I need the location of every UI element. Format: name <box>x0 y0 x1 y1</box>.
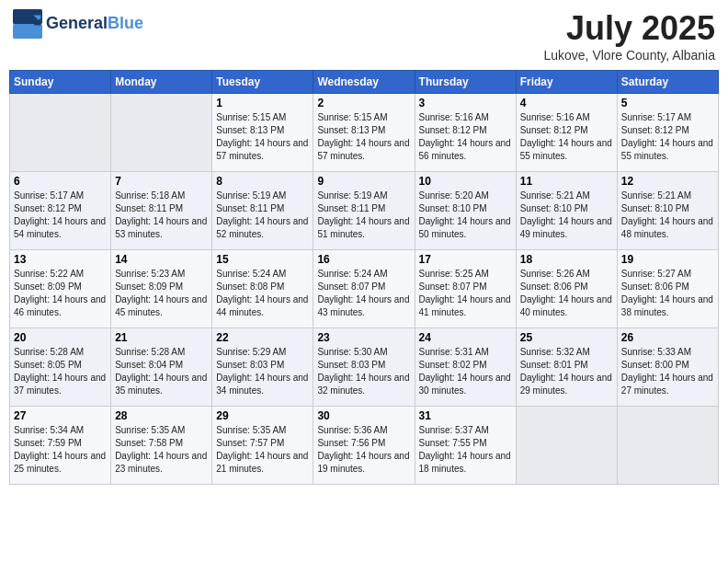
calendar-day-cell: 4Sunrise: 5:16 AMSunset: 8:12 PMDaylight… <box>516 94 617 172</box>
day-info: Sunrise: 5:36 AMSunset: 7:56 PMDaylight:… <box>317 424 410 476</box>
day-number: 11 <box>520 175 613 188</box>
day-info: Sunrise: 5:24 AMSunset: 8:07 PMDaylight:… <box>317 268 410 319</box>
day-number: 18 <box>520 253 613 266</box>
day-info: Sunrise: 5:27 AMSunset: 8:06 PMDaylight:… <box>621 268 714 319</box>
day-number: 4 <box>520 97 613 109</box>
calendar-day-cell: 15Sunrise: 5:24 AMSunset: 8:08 PMDayligh… <box>212 250 313 328</box>
day-info: Sunrise: 5:34 AMSunset: 7:59 PMDaylight:… <box>14 424 107 476</box>
day-info: Sunrise: 5:26 AMSunset: 8:06 PMDaylight:… <box>520 268 613 319</box>
calendar-day-cell: 9Sunrise: 5:19 AMSunset: 8:11 PMDaylight… <box>313 172 415 250</box>
calendar-day-cell: 12Sunrise: 5:21 AMSunset: 8:10 PMDayligh… <box>617 172 718 250</box>
day-info: Sunrise: 5:28 AMSunset: 8:04 PMDaylight:… <box>115 346 208 397</box>
day-of-week-header: Thursday <box>415 71 516 94</box>
calendar-day-cell: 24Sunrise: 5:31 AMSunset: 8:02 PMDayligh… <box>415 328 516 407</box>
day-number: 15 <box>216 253 309 266</box>
day-number: 26 <box>621 331 714 344</box>
day-of-week-header: Sunday <box>10 71 111 94</box>
calendar-header-row: SundayMondayTuesdayWednesdayThursdayFrid… <box>10 71 719 94</box>
page-header: GeneralBlue July 2025 Lukove, Vlore Coun… <box>9 9 719 63</box>
day-number: 19 <box>621 253 714 266</box>
calendar-day-cell: 19Sunrise: 5:27 AMSunset: 8:06 PMDayligh… <box>617 250 718 328</box>
calendar-day-cell: 18Sunrise: 5:26 AMSunset: 8:06 PMDayligh… <box>516 250 617 328</box>
calendar-day-cell: 25Sunrise: 5:32 AMSunset: 8:01 PMDayligh… <box>516 328 617 407</box>
day-number: 1 <box>216 97 309 109</box>
day-info: Sunrise: 5:31 AMSunset: 8:02 PMDaylight:… <box>419 346 512 397</box>
day-info: Sunrise: 5:15 AMSunset: 8:13 PMDaylight:… <box>216 111 309 163</box>
day-number: 2 <box>317 97 410 109</box>
calendar-day-cell: 26Sunrise: 5:33 AMSunset: 8:00 PMDayligh… <box>617 328 718 407</box>
calendar-day-cell: 11Sunrise: 5:21 AMSunset: 8:10 PMDayligh… <box>516 172 617 250</box>
day-number: 14 <box>115 253 208 266</box>
svg-rect-1 <box>13 24 42 39</box>
day-number: 23 <box>317 331 410 344</box>
day-info: Sunrise: 5:15 AMSunset: 8:13 PMDaylight:… <box>317 111 410 163</box>
day-info: Sunrise: 5:16 AMSunset: 8:12 PMDaylight:… <box>419 111 512 163</box>
day-info: Sunrise: 5:21 AMSunset: 8:10 PMDaylight:… <box>520 190 613 241</box>
calendar-day-cell <box>617 407 718 485</box>
day-info: Sunrise: 5:22 AMSunset: 8:09 PMDaylight:… <box>14 268 107 319</box>
day-number: 17 <box>419 253 512 266</box>
calendar-day-cell: 23Sunrise: 5:30 AMSunset: 8:03 PMDayligh… <box>313 328 415 407</box>
calendar-day-cell: 31Sunrise: 5:37 AMSunset: 7:55 PMDayligh… <box>415 407 516 485</box>
logo-text: GeneralBlue <box>46 15 143 33</box>
day-of-week-header: Monday <box>111 71 212 94</box>
day-number: 30 <box>317 409 410 422</box>
day-info: Sunrise: 5:17 AMSunset: 8:12 PMDaylight:… <box>621 111 714 163</box>
calendar-week-row: 1Sunrise: 5:15 AMSunset: 8:13 PMDaylight… <box>10 94 719 172</box>
day-info: Sunrise: 5:33 AMSunset: 8:00 PMDaylight:… <box>621 346 714 397</box>
day-info: Sunrise: 5:16 AMSunset: 8:12 PMDaylight:… <box>520 111 613 163</box>
calendar-table: SundayMondayTuesdayWednesdayThursdayFrid… <box>9 70 719 485</box>
day-number: 22 <box>216 331 309 344</box>
day-info: Sunrise: 5:24 AMSunset: 8:08 PMDaylight:… <box>216 268 309 319</box>
day-info: Sunrise: 5:21 AMSunset: 8:10 PMDaylight:… <box>621 190 714 241</box>
calendar-body: 1Sunrise: 5:15 AMSunset: 8:13 PMDaylight… <box>10 94 719 485</box>
calendar-day-cell: 5Sunrise: 5:17 AMSunset: 8:12 PMDaylight… <box>617 94 718 172</box>
day-number: 28 <box>115 409 208 422</box>
calendar-day-cell: 6Sunrise: 5:17 AMSunset: 8:12 PMDaylight… <box>10 172 111 250</box>
day-number: 29 <box>216 409 309 422</box>
day-info: Sunrise: 5:30 AMSunset: 8:03 PMDaylight:… <box>317 346 410 397</box>
day-number: 25 <box>520 331 613 344</box>
day-info: Sunrise: 5:37 AMSunset: 7:55 PMDaylight:… <box>419 424 512 476</box>
day-number: 8 <box>216 175 309 188</box>
day-info: Sunrise: 5:20 AMSunset: 8:10 PMDaylight:… <box>419 190 512 241</box>
day-number: 24 <box>419 331 512 344</box>
day-number: 20 <box>14 331 107 344</box>
calendar-day-cell: 28Sunrise: 5:35 AMSunset: 7:58 PMDayligh… <box>111 407 212 485</box>
calendar-week-row: 6Sunrise: 5:17 AMSunset: 8:12 PMDaylight… <box>10 172 719 250</box>
day-info: Sunrise: 5:29 AMSunset: 8:03 PMDaylight:… <box>216 346 309 397</box>
day-number: 9 <box>317 175 410 188</box>
day-info: Sunrise: 5:23 AMSunset: 8:09 PMDaylight:… <box>115 268 208 319</box>
day-of-week-header: Saturday <box>617 71 718 94</box>
calendar-day-cell: 8Sunrise: 5:19 AMSunset: 8:11 PMDaylight… <box>212 172 313 250</box>
day-number: 3 <box>419 97 512 109</box>
day-number: 10 <box>419 175 512 188</box>
day-number: 27 <box>14 409 107 422</box>
calendar-day-cell: 30Sunrise: 5:36 AMSunset: 7:56 PMDayligh… <box>313 407 415 485</box>
day-of-week-header: Tuesday <box>212 71 313 94</box>
month-year: July 2025 <box>543 9 715 48</box>
calendar-day-cell <box>10 94 111 172</box>
calendar-day-cell: 27Sunrise: 5:34 AMSunset: 7:59 PMDayligh… <box>10 407 111 485</box>
day-info: Sunrise: 5:35 AMSunset: 7:58 PMDaylight:… <box>115 424 208 476</box>
day-info: Sunrise: 5:25 AMSunset: 8:07 PMDaylight:… <box>419 268 512 319</box>
calendar-day-cell <box>111 94 212 172</box>
calendar-day-cell: 2Sunrise: 5:15 AMSunset: 8:13 PMDaylight… <box>313 94 415 172</box>
location: Lukove, Vlore County, Albania <box>543 48 715 63</box>
calendar-day-cell <box>516 407 617 485</box>
day-info: Sunrise: 5:17 AMSunset: 8:12 PMDaylight:… <box>14 190 107 241</box>
calendar-day-cell: 22Sunrise: 5:29 AMSunset: 8:03 PMDayligh… <box>212 328 313 407</box>
day-info: Sunrise: 5:35 AMSunset: 7:57 PMDaylight:… <box>216 424 309 476</box>
day-number: 6 <box>14 175 107 188</box>
calendar-day-cell: 7Sunrise: 5:18 AMSunset: 8:11 PMDaylight… <box>111 172 212 250</box>
calendar-day-cell: 10Sunrise: 5:20 AMSunset: 8:10 PMDayligh… <box>415 172 516 250</box>
title-block: July 2025 Lukove, Vlore County, Albania <box>543 9 715 63</box>
calendar-day-cell: 13Sunrise: 5:22 AMSunset: 8:09 PMDayligh… <box>10 250 111 328</box>
day-info: Sunrise: 5:19 AMSunset: 8:11 PMDaylight:… <box>317 190 410 241</box>
day-number: 21 <box>115 331 208 344</box>
day-number: 13 <box>14 253 107 266</box>
day-number: 12 <box>621 175 714 188</box>
day-number: 16 <box>317 253 410 266</box>
calendar-day-cell: 17Sunrise: 5:25 AMSunset: 8:07 PMDayligh… <box>415 250 516 328</box>
calendar-day-cell: 1Sunrise: 5:15 AMSunset: 8:13 PMDaylight… <box>212 94 313 172</box>
